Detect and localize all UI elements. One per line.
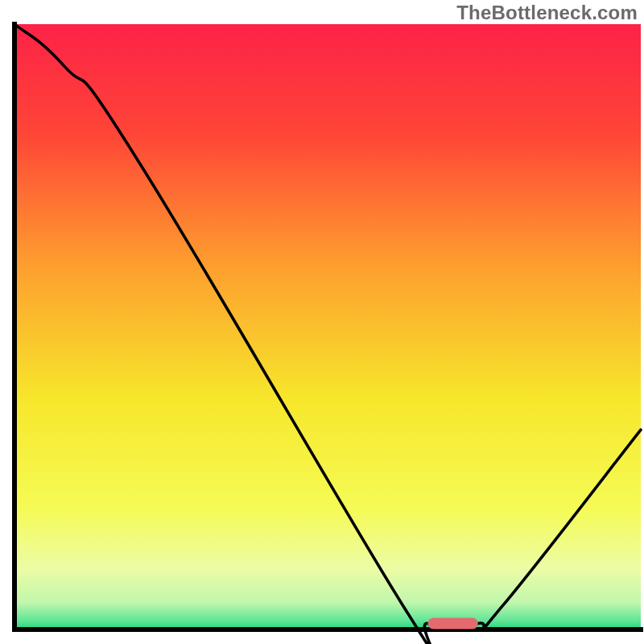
chart-container: TheBottleneck.com [0, 0, 644, 644]
bottleneck-chart [0, 0, 644, 644]
watermark-text: TheBottleneck.com [456, 2, 638, 24]
optimum-marker [427, 617, 477, 629]
